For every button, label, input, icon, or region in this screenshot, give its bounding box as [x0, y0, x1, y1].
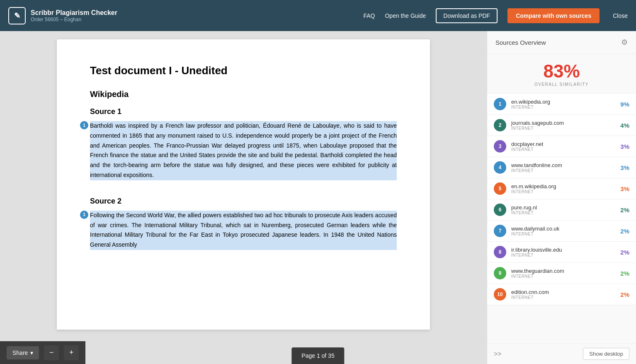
share-label: Share — [12, 349, 28, 356]
source-percentage: 3% — [620, 164, 629, 171]
document-paper: Test document I - Unedited Wikipedia Sou… — [57, 39, 430, 330]
sidebar-title: Sources Overview — [495, 39, 546, 46]
expand-button[interactable]: >> — [494, 350, 502, 358]
source-type: INTERNET — [511, 105, 620, 109]
source-number: 9 — [494, 267, 506, 279]
main-layout: Test document I - Unedited Wikipedia Sou… — [0, 31, 636, 364]
source-domain: ir.library.louisville.edu — [511, 247, 620, 253]
source-info: journals.sagepub.com INTERNET — [511, 120, 620, 131]
document-title: Test document I - Unedited — [90, 64, 397, 77]
source1-title: Source 1 — [90, 107, 397, 116]
source-list-item[interactable]: 9 www.theguardian.com INTERNET 2% — [487, 263, 636, 284]
faq-link[interactable]: FAQ — [363, 12, 375, 19]
source-domain: docplayer.net — [511, 141, 620, 147]
source-percentage: 4% — [620, 122, 629, 129]
source-domain: en.m.wikipedia.org — [511, 183, 620, 189]
source-number: 1 — [494, 98, 506, 110]
source-type: INTERNET — [511, 211, 620, 215]
source-list-item[interactable]: 8 ir.library.louisville.edu INTERNET 2% — [487, 242, 636, 263]
similarity-percentage: 83% — [487, 62, 636, 80]
logo-text: Scribbr Plagiarism Checker Order 56605 –… — [31, 9, 117, 22]
source-number: 7 — [494, 225, 506, 237]
source2-text: 1 Following the Second World War, the al… — [90, 211, 397, 250]
source-list-item[interactable]: 6 pure.rug.nl INTERNET 2% — [487, 199, 636, 221]
source-list-item[interactable]: 4 www.tandfonline.com INTERNET 3% — [487, 157, 636, 178]
source-list-item[interactable]: 1 en.wikipedia.org INTERNET 9% — [487, 94, 636, 115]
source-domain: pure.rug.nl — [511, 204, 620, 211]
source-domain: www.dailymail.co.uk — [511, 226, 620, 232]
sources-sidebar: Sources Overview ⚙ 83% OVERALL SIMILARIT… — [487, 31, 636, 364]
show-desktop-button[interactable]: Show desktop — [583, 348, 629, 360]
zoom-in-button[interactable]: + — [64, 345, 79, 360]
source-list: 1 en.wikipedia.org INTERNET 9% 2 journal… — [487, 94, 636, 343]
source-list-item[interactable]: 10 edition.cnn.com INTERNET 2% — [487, 284, 636, 305]
similarity-label: OVERALL SIMILARITY — [487, 82, 636, 87]
source1-badge[interactable]: 1 — [80, 121, 88, 129]
source-percentage: 3% — [620, 143, 629, 150]
sidebar-header: Sources Overview ⚙ — [487, 31, 636, 54]
sidebar-bottom: >> Show desktop — [487, 343, 636, 364]
source-number: 3 — [494, 140, 506, 153]
source2-badge[interactable]: 1 — [80, 211, 88, 219]
source-type: INTERNET — [511, 189, 620, 194]
source-number: 8 — [494, 246, 506, 258]
source1-text: 1 Bartholdi was inspired by a French law… — [90, 121, 397, 180]
source-domain: www.tandfonline.com — [511, 162, 620, 168]
page-number: Page 1 of 35 — [301, 352, 334, 359]
source-type: INTERNET — [511, 253, 620, 257]
logo-area: ✎ Scribbr Plagiarism Checker Order 56605… — [8, 7, 355, 24]
header-nav: FAQ Open the Guide Download as PDF Compa… — [363, 8, 628, 23]
source-list-item[interactable]: 5 en.m.wikipedia.org INTERNET 3% — [487, 178, 636, 199]
source-percentage: 2% — [620, 206, 629, 214]
logo-icon: ✎ — [8, 7, 26, 24]
close-button[interactable]: Close — [613, 12, 628, 19]
source-number: 6 — [494, 204, 506, 216]
page-indicator: Page 1 of 35 — [291, 347, 344, 364]
document-section: Wikipedia — [90, 90, 397, 99]
source-domain: edition.cnn.com — [511, 289, 620, 295]
source-info: www.tandfonline.com INTERNET — [511, 162, 620, 173]
source-type: INTERNET — [511, 147, 620, 152]
source-list-item[interactable]: 3 docplayer.net INTERNET 3% — [487, 136, 636, 157]
source-info: edition.cnn.com INTERNET — [511, 289, 620, 300]
source-domain: journals.sagepub.com — [511, 120, 620, 126]
source2-title: Source 2 — [90, 197, 397, 206]
source-info: en.wikipedia.org INTERNET — [511, 99, 620, 109]
source-type: INTERNET — [511, 232, 620, 236]
document-area[interactable]: Test document I - Unedited Wikipedia Sou… — [0, 31, 487, 364]
source-info: docplayer.net INTERNET — [511, 141, 620, 152]
app-header: ✎ Scribbr Plagiarism Checker Order 56605… — [0, 0, 636, 31]
source-type: INTERNET — [511, 168, 620, 173]
source-info: en.m.wikipedia.org INTERNET — [511, 183, 620, 194]
source-percentage: 2% — [620, 249, 629, 256]
zoom-out-button[interactable]: − — [44, 345, 59, 360]
source-info: ir.library.louisville.edu INTERNET — [511, 247, 620, 257]
compare-sources-button[interactable]: Compare with own sources — [507, 8, 600, 23]
source-info: www.theguardian.com INTERNET — [511, 268, 620, 279]
source-list-item[interactable]: 7 www.dailymail.co.uk INTERNET 2% — [487, 221, 636, 242]
settings-icon[interactable]: ⚙ — [621, 38, 628, 47]
source-type: INTERNET — [511, 274, 620, 279]
order-info: Order 56605 – Eoghan — [31, 17, 117, 22]
source-list-item[interactable]: 2 journals.sagepub.com INTERNET 4% — [487, 115, 636, 136]
share-chevron: ▾ — [30, 349, 33, 356]
similarity-block: 83% OVERALL SIMILARITY — [487, 54, 636, 94]
source-type: INTERNET — [511, 126, 620, 131]
source-percentage: 2% — [620, 228, 629, 235]
source-number: 2 — [494, 119, 506, 131]
source-percentage: 2% — [620, 270, 629, 277]
share-button[interactable]: Share ▾ — [7, 346, 39, 359]
source-info: www.dailymail.co.uk INTERNET — [511, 226, 620, 236]
source-type: INTERNET — [511, 295, 620, 300]
download-pdf-button[interactable]: Download as PDF — [436, 8, 498, 23]
source-percentage: 9% — [620, 101, 629, 108]
source-number: 10 — [494, 288, 506, 301]
bottom-toolbar: Share ▾ − + — [0, 341, 85, 364]
source-percentage: 2% — [620, 291, 629, 298]
app-name: Scribbr Plagiarism Checker — [31, 9, 117, 17]
source-info: pure.rug.nl INTERNET — [511, 204, 620, 215]
source-number: 5 — [494, 182, 506, 195]
source-percentage: 3% — [620, 185, 629, 192]
guide-link[interactable]: Open the Guide — [385, 12, 426, 19]
source-domain: www.theguardian.com — [511, 268, 620, 274]
